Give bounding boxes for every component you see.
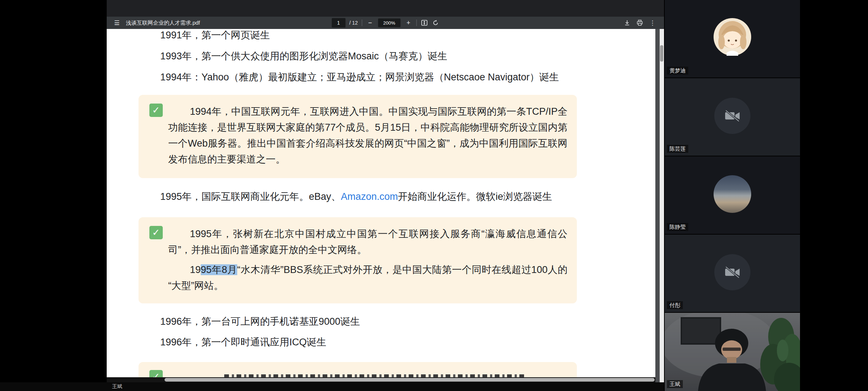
participant-tile[interactable]: 陈静莹 xyxy=(665,156,800,234)
doc-line-1996-nokia: 1996年，第一台可上网的手机诺基亚9000诞生 xyxy=(160,315,360,328)
page-number-input[interactable] xyxy=(332,18,345,28)
zoom-level-value: 200% xyxy=(378,18,400,27)
clipped-text-tops xyxy=(224,374,524,377)
viewer-top-strip xyxy=(107,0,664,17)
horizontal-scrollbar[interactable] xyxy=(107,377,655,382)
pdf-page: 1991年，第一个网页诞生 1993年，第一个供大众使用的图形化浏览器Mosai… xyxy=(107,29,655,377)
download-icon[interactable] xyxy=(624,19,631,26)
document-title: 浅谈互联网企业的人才需求.pdf xyxy=(126,20,200,26)
participant-tile[interactable]: 黄梦迪 xyxy=(665,0,800,77)
line-1995-text: 开始商业化运作。微软ie浏览器诞生 xyxy=(398,191,552,202)
fit-to-page-icon[interactable] xyxy=(421,19,428,26)
check-icon: ✓ xyxy=(149,370,163,377)
camera-off-circle xyxy=(714,98,750,134)
page-total-label: / 12 xyxy=(349,20,358,26)
line-1995-text: 1995年，国际互联网商业化元年。eBay、 xyxy=(160,191,341,202)
highlight-box-1995-china: ✓ 1995年，张树新在北京中国村成立中国第一个互联网接入服务商“瀛海威信息通信… xyxy=(139,217,577,303)
doc-line-1993: 1993年，第一个供大众使用的图形化浏览器Mosaic（马赛克）诞生 xyxy=(160,50,447,62)
toolbar-divider xyxy=(416,20,417,26)
screenshare-bottom-bar: 王斌 xyxy=(0,382,664,391)
print-icon[interactable] xyxy=(636,19,643,26)
participant-name: 陈芸莲 xyxy=(667,145,688,153)
box1-paragraph: 1994年，中国互联网元年，互联网进入中国。中国实现与国际互联网的第一条TCP/… xyxy=(168,104,567,167)
participant-tile[interactable]: 付彤 xyxy=(665,235,800,312)
check-icon: ✓ xyxy=(149,226,163,239)
pdf-toolbar: ☰ 浅谈互联网企业的人才需求.pdf / 12 − 200% + xyxy=(107,17,664,29)
participant-name: 黄梦迪 xyxy=(667,67,688,75)
participant-name: 王斌 xyxy=(667,380,683,388)
presenter-name-label: 王斌 xyxy=(112,383,122,390)
camera-off-icon xyxy=(724,109,741,123)
highlight-box-1994-china: ✓ 1994年，中国互联网元年，互联网进入中国。中国实现与国际互联网的第一条TC… xyxy=(139,95,577,178)
vertical-scrollbar-thumb[interactable] xyxy=(660,45,663,62)
toolbar-divider xyxy=(362,20,362,26)
box2-paragraph-2: 1995年8月“水木清华”BBS系统正式对外开放，是中国大陆第一个同时在线超过1… xyxy=(168,262,567,294)
box2-p2-text: 19 xyxy=(190,264,201,275)
doc-line-1996-icq: 1996年，第一个即时通讯应用ICQ诞生 xyxy=(160,336,326,348)
more-options-icon[interactable]: ⋮ xyxy=(649,19,656,26)
participant-video xyxy=(665,313,800,391)
camera-off-circle xyxy=(714,254,750,290)
box2-paragraph-1: 1995年，张树新在北京中国村成立中国第一个互联网接入服务商“瀛海威信息通信公司… xyxy=(168,226,567,258)
horizontal-scrollbar-thumb[interactable] xyxy=(165,378,655,382)
participant-tile[interactable]: 陈芸莲 xyxy=(665,78,800,156)
participant-name: 付彤 xyxy=(667,301,683,309)
avatar-photo xyxy=(714,175,751,213)
doc-line-1994: 1994年：Yahoo（雅虎）最初版建立；亚马逊成立；网景浏览器（Netscao… xyxy=(160,71,559,83)
page-gutter xyxy=(655,29,660,382)
avatar xyxy=(714,18,751,57)
rotate-icon[interactable] xyxy=(432,19,439,26)
participant-name: 陈静莹 xyxy=(667,223,688,231)
vertical-scrollbar[interactable] xyxy=(660,29,664,382)
camera-off-icon xyxy=(724,265,741,279)
doc-line-1991: 1991年，第一个网页诞生 xyxy=(160,29,270,41)
doc-line-1995: 1995年，国际互联网商业化元年。eBay、Amazon.com开始商业化运作。… xyxy=(160,190,552,203)
amazon-link[interactable]: Amazon.com xyxy=(341,191,398,202)
menu-icon[interactable]: ☰ xyxy=(113,19,120,26)
zoom-out-button[interactable]: − xyxy=(366,18,374,27)
highlight-box-clipped: ✓ xyxy=(139,362,577,377)
zoom-in-button[interactable]: + xyxy=(404,18,412,27)
check-icon: ✓ xyxy=(149,104,163,117)
selected-text-1995-8: 95年8月 xyxy=(201,264,237,275)
participant-tile-video[interactable]: 王斌 xyxy=(665,313,800,391)
shared-screen: ☰ 浅谈互联网企业的人才需求.pdf / 12 − 200% + xyxy=(0,0,868,391)
